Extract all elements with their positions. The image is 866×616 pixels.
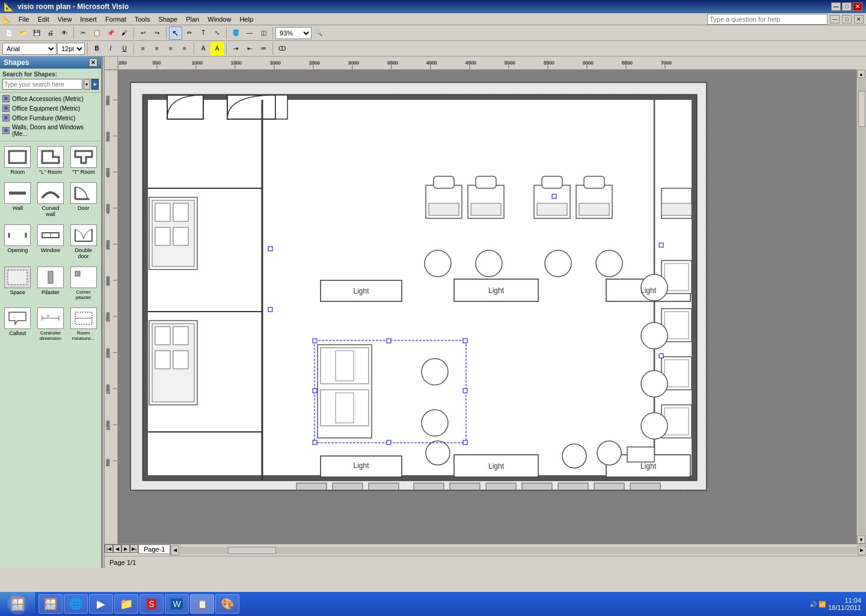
fill-btn[interactable]: 🪣 xyxy=(229,26,242,40)
menu-tools[interactable]: Tools xyxy=(131,15,154,23)
help-min-button[interactable]: — xyxy=(830,15,840,23)
shape-space[interactable]: Space xyxy=(2,265,33,301)
cat-walls[interactable]: ⊞ Walls, Doors and Windows (Me... xyxy=(0,123,101,138)
scroll-down-btn[interactable]: ▼ xyxy=(857,535,865,544)
page-nav-next[interactable]: ▶ xyxy=(121,544,130,553)
italic-btn[interactable]: I xyxy=(104,42,117,55)
pointer-btn[interactable]: ↖ xyxy=(169,26,182,40)
save-btn[interactable]: 💾 xyxy=(30,26,43,40)
minimize-button[interactable]: — xyxy=(831,2,841,11)
h-scroll-thumb[interactable] xyxy=(228,547,276,554)
taskbar-app-ie[interactable]: 🌐 xyxy=(64,594,88,614)
taskbar-app-smart[interactable]: S xyxy=(140,594,164,614)
h-scroll-track[interactable] xyxy=(180,547,857,554)
shape-controller-dim[interactable]: 10 Controller dimension xyxy=(35,306,66,342)
char-spacing-btn[interactable]: ↀ xyxy=(275,42,289,55)
menu-insert[interactable]: Insert xyxy=(76,15,100,23)
shapes-close-btn[interactable]: ✕ xyxy=(89,58,97,67)
menu-plan[interactable]: Plan xyxy=(182,15,203,23)
format-painter-btn[interactable]: 🖌 xyxy=(118,26,131,40)
search-go-btn[interactable]: ➤ xyxy=(91,79,99,90)
shape-l-room[interactable]: "L" Room xyxy=(35,145,66,176)
paste-btn[interactable]: 📌 xyxy=(104,26,117,40)
scroll-thumb[interactable] xyxy=(858,91,865,127)
shape-door[interactable]: Door xyxy=(68,181,99,218)
new-btn[interactable]: 📄 xyxy=(2,26,16,40)
shape-opening[interactable]: Opening xyxy=(2,223,33,260)
taskbar-app-word[interactable]: W xyxy=(165,594,189,614)
shape-corner-pilaster[interactable]: Corner pilaster xyxy=(68,265,99,301)
fontsize-select[interactable]: 12pt 10pt 14pt xyxy=(57,43,85,55)
shape-t-room[interactable]: "T" Room xyxy=(68,145,99,176)
shape-callout[interactable]: --- Callout xyxy=(2,306,33,342)
search-dropdown-btn[interactable]: ▾ xyxy=(84,79,90,90)
text-btn[interactable]: T xyxy=(197,26,210,40)
align-left-btn[interactable]: ≡ xyxy=(137,42,150,55)
h-scroll-left[interactable]: ◀ xyxy=(171,546,179,555)
undo-btn[interactable]: ↩ xyxy=(137,26,150,40)
cat-furniture[interactable]: ⊞ Office Furniture (Metric) xyxy=(0,113,101,123)
page-nav-last[interactable]: ▶| xyxy=(130,544,138,553)
pencil-btn[interactable]: ✏ xyxy=(183,26,196,40)
help-search-input[interactable] xyxy=(707,14,828,25)
shadow-btn[interactable]: ◫ xyxy=(257,26,270,40)
cut-btn[interactable]: ✂ xyxy=(76,26,90,40)
zoom-btn[interactable]: 🔍 xyxy=(312,26,325,40)
align-right-btn[interactable]: ≡ xyxy=(164,42,177,55)
shape-wall[interactable]: Wall xyxy=(2,181,33,218)
zoom-select[interactable]: 93% 100% 75% 50% xyxy=(275,27,312,39)
underline-btn[interactable]: U xyxy=(118,42,131,55)
menu-window[interactable]: Window xyxy=(204,15,235,23)
highlight-btn[interactable]: A xyxy=(210,42,224,55)
menu-edit[interactable]: Edit xyxy=(34,15,53,23)
h-scroll-right[interactable]: ▶ xyxy=(858,546,866,555)
start-button[interactable]: 🪟 xyxy=(0,592,36,616)
shape-window[interactable]: Window xyxy=(35,223,66,260)
shape-room[interactable]: Room xyxy=(2,145,33,176)
menu-view[interactable]: View xyxy=(54,15,76,23)
scroll-track[interactable] xyxy=(858,79,865,535)
taskbar-app-paint[interactable]: 🎨 xyxy=(215,594,239,614)
cat-accessories[interactable]: ⊞ Office Accessories (Metric) xyxy=(0,94,101,103)
line-btn[interactable]: — xyxy=(243,26,256,40)
cat-equipment[interactable]: ⊞ Office Equipment (Metric) xyxy=(0,103,101,113)
svg-text:2000: 2000 xyxy=(270,60,281,66)
menu-help[interactable]: Help xyxy=(236,15,257,23)
scroll-up-btn[interactable]: ▲ xyxy=(857,70,865,78)
maximize-button[interactable]: □ xyxy=(842,2,852,11)
increase-indent-btn[interactable]: ⇥ xyxy=(229,42,242,55)
align-center-btn[interactable]: ≡ xyxy=(150,42,164,55)
font-select[interactable]: Arial xyxy=(2,43,57,55)
page-tab-1[interactable]: Page-1 xyxy=(138,544,170,554)
page-nav-prev[interactable]: ◀ xyxy=(113,544,121,553)
help-restore-button[interactable]: □ xyxy=(842,15,852,23)
taskbar-app-explorer[interactable]: 🪟 xyxy=(38,594,63,614)
bullets-btn[interactable]: ≔ xyxy=(257,42,270,55)
connector-btn[interactable]: ⤡ xyxy=(210,26,224,40)
taskbar-app-visio[interactable]: 📋 xyxy=(190,594,214,614)
shape-double-door[interactable]: Double door xyxy=(68,223,99,260)
canvas-scroll-area[interactable]: Light Light Light Light Light xyxy=(118,70,856,544)
open-btn[interactable]: 📂 xyxy=(16,26,29,40)
shape-curved-wall[interactable]: Curved wall xyxy=(35,181,66,218)
decrease-indent-btn[interactable]: ⇤ xyxy=(243,42,256,55)
redo-btn[interactable]: ↪ xyxy=(150,26,164,40)
bold-btn[interactable]: B xyxy=(90,42,103,55)
help-close-button[interactable]: ✕ xyxy=(854,15,864,23)
align-justify-btn[interactable]: ≡ xyxy=(178,42,191,55)
copy-btn[interactable]: 📋 xyxy=(90,26,103,40)
shape-room-measure[interactable]: Room measure... xyxy=(68,306,99,342)
menu-shape[interactable]: Shape xyxy=(155,15,181,23)
menu-file[interactable]: File xyxy=(15,15,33,23)
taskbar-app-media[interactable]: ▶ xyxy=(89,594,113,614)
shape-pilaster[interactable]: Pilaster xyxy=(35,265,66,301)
font-color-btn[interactable]: A xyxy=(197,42,210,55)
preview-btn[interactable]: 👁 xyxy=(58,26,71,40)
page-nav-first[interactable]: |◀ xyxy=(105,544,113,553)
menu-format[interactable]: Format xyxy=(102,15,130,23)
print-btn[interactable]: 🖨 xyxy=(44,26,57,40)
taskbar-app-files[interactable]: 📁 xyxy=(114,594,138,614)
shapes-search-input[interactable] xyxy=(2,79,82,90)
drawing-canvas[interactable]: Light Light Light Light Light xyxy=(130,82,707,491)
close-button[interactable]: ✕ xyxy=(853,2,862,11)
